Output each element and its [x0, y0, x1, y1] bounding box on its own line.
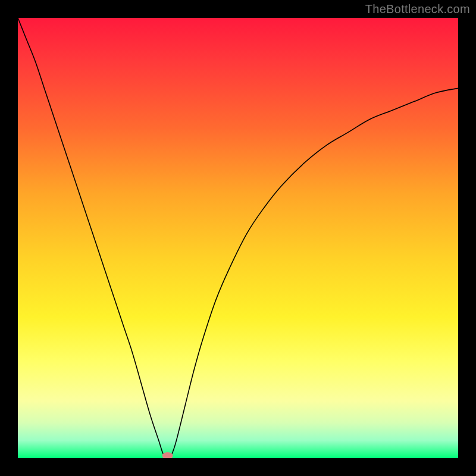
plot-area [18, 18, 458, 458]
chart-frame: TheBottleneck.com [0, 0, 476, 476]
bottleneck-curve [18, 18, 458, 458]
optimal-point-marker [162, 452, 173, 458]
chart-svg [18, 18, 458, 458]
watermark-text: TheBottleneck.com [365, 2, 470, 16]
